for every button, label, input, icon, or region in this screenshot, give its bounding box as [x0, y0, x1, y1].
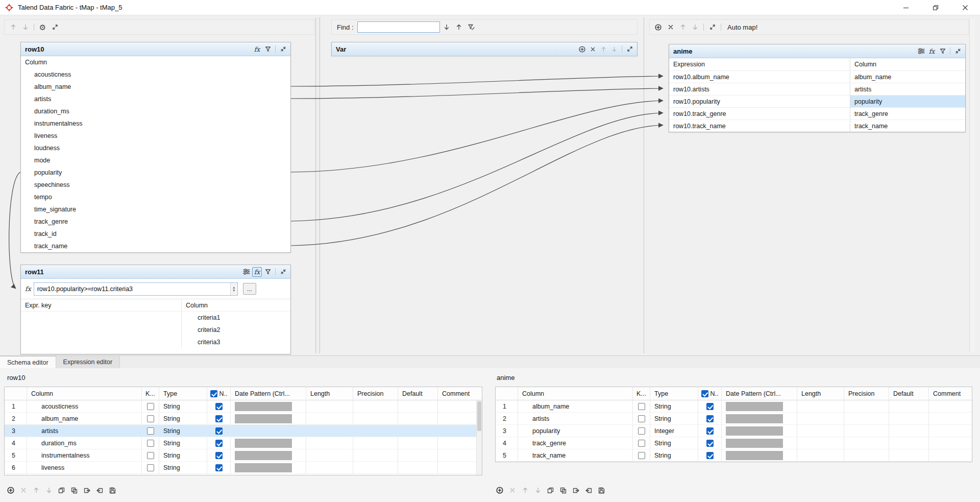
- nullable-cell[interactable]: [698, 425, 722, 437]
- anime-row[interactable]: row10.artists artists: [669, 83, 965, 95]
- nullable-checkbox[interactable]: [215, 440, 223, 447]
- minimize-table-icon[interactable]: [278, 44, 288, 54]
- save-schema-icon[interactable]: [107, 485, 118, 496]
- key-checkbox[interactable]: [638, 403, 645, 410]
- panel-splitter-right[interactable]: [644, 17, 644, 353]
- nullable-cell[interactable]: [207, 462, 231, 473]
- left-schema-row[interactable]: 6 liveness String: [5, 462, 482, 474]
- length-cell[interactable]: [797, 425, 844, 437]
- length-cell[interactable]: [306, 449, 353, 461]
- type-cell[interactable]: String: [159, 449, 207, 461]
- right-schema-row[interactable]: 2 artists String: [496, 413, 972, 425]
- tab-schema-editor[interactable]: Schema editor: [0, 356, 56, 368]
- nullable-checkbox[interactable]: [215, 403, 223, 410]
- move-up-icon[interactable]: [677, 22, 688, 33]
- key-checkbox[interactable]: [638, 415, 645, 422]
- column-cell[interactable]: track_name: [850, 120, 965, 132]
- type-cell[interactable]: String: [650, 437, 698, 449]
- length-header[interactable]: Length: [306, 387, 353, 400]
- add-var-icon[interactable]: [577, 44, 587, 54]
- panel-splitter-left[interactable]: [315, 17, 320, 353]
- default-header[interactable]: Default: [398, 387, 438, 400]
- column-name-cell[interactable]: track_genre: [518, 437, 633, 449]
- nullable-checkbox[interactable]: [706, 452, 714, 459]
- expression-filter-icon-active[interactable]: fx: [252, 267, 262, 277]
- key-cell[interactable]: [633, 413, 650, 424]
- key-checkbox[interactable]: [147, 427, 154, 435]
- expression-filter-icon[interactable]: fx: [252, 44, 262, 54]
- precision-header[interactable]: Precision: [844, 387, 889, 400]
- save-schema-icon[interactable]: [596, 485, 607, 496]
- expr-key-cell[interactable]: [21, 324, 182, 336]
- date-pattern-header[interactable]: Date Pattern (Ctrl...: [231, 387, 306, 400]
- column-cell[interactable]: track_genre: [850, 108, 965, 119]
- nullable-header[interactable]: N..: [698, 387, 722, 400]
- precision-cell[interactable]: [844, 413, 889, 424]
- var-table-header[interactable]: Var: [332, 42, 637, 56]
- remove-var-icon[interactable]: [588, 44, 598, 54]
- default-cell[interactable]: [889, 449, 929, 461]
- anime-table-header[interactable]: anime fx: [669, 44, 965, 58]
- nullable-checkbox[interactable]: [215, 427, 223, 435]
- comment-header[interactable]: Comment: [929, 387, 972, 400]
- length-cell[interactable]: [797, 400, 844, 412]
- nullable-cell[interactable]: [698, 413, 722, 424]
- expression-cell[interactable]: row10.popularity: [669, 95, 850, 107]
- join-expression-input[interactable]: [34, 282, 238, 296]
- export-schema-icon[interactable]: [571, 485, 581, 496]
- anime-row[interactable]: row10.track_name track_name: [669, 119, 965, 132]
- type-cell[interactable]: Integer: [650, 425, 698, 437]
- filter-funnel-icon[interactable]: [938, 46, 947, 56]
- comment-cell[interactable]: [438, 425, 482, 437]
- default-header[interactable]: Default: [889, 387, 929, 400]
- right-schema-row[interactable]: 1 album_name String: [496, 400, 972, 413]
- anime-row[interactable]: row10.track_genre track_genre: [669, 107, 965, 119]
- expand-panel-icon[interactable]: [707, 22, 718, 33]
- filter-funnel-icon[interactable]: [263, 44, 273, 54]
- key-checkbox[interactable]: [147, 403, 154, 410]
- add-column-icon[interactable]: [494, 485, 505, 496]
- move-up-icon[interactable]: [599, 44, 608, 54]
- comment-cell[interactable]: [438, 413, 482, 424]
- row10-column-row[interactable]: track_name: [21, 240, 290, 252]
- key-cell[interactable]: [142, 462, 159, 473]
- row10-column-row[interactable]: loudness: [21, 142, 290, 154]
- type-cell[interactable]: String: [650, 400, 698, 412]
- remove-column-icon[interactable]: [18, 485, 29, 496]
- import-schema-icon[interactable]: [583, 485, 594, 496]
- find-next-icon[interactable]: [442, 22, 452, 33]
- move-up-icon[interactable]: [8, 22, 18, 33]
- nullable-all-checkbox[interactable]: [210, 390, 217, 397]
- expression-filter-icon[interactable]: fx: [927, 46, 937, 56]
- column-name-cell[interactable]: track_name: [518, 449, 633, 461]
- expression-cell[interactable]: row10.track_name: [669, 120, 850, 132]
- right-schema-row[interactable]: 4 track_genre String: [496, 437, 972, 449]
- key-cell[interactable]: [633, 425, 650, 437]
- close-window-button[interactable]: [950, 0, 980, 15]
- column-cell[interactable]: popularity: [850, 95, 965, 107]
- row10-table-header[interactable]: row10 fx: [21, 42, 290, 56]
- row10-column-row[interactable]: track_id: [21, 228, 290, 240]
- date-pattern-cell[interactable]: [722, 425, 797, 437]
- date-pattern-cell[interactable]: [231, 437, 306, 449]
- precision-cell[interactable]: [353, 462, 398, 473]
- move-down-icon[interactable]: [20, 22, 31, 33]
- auto-map-button[interactable]: Auto map!: [724, 22, 761, 32]
- nullable-cell[interactable]: [207, 437, 231, 449]
- row10-column-row[interactable]: time_signature: [21, 203, 290, 216]
- key-cell[interactable]: [142, 449, 159, 461]
- tab-expression-editor[interactable]: Expression editor: [56, 356, 120, 368]
- type-cell[interactable]: String: [159, 462, 207, 473]
- date-pattern-header[interactable]: Date Pattern (Ctrl...: [722, 387, 797, 400]
- date-pattern-cell[interactable]: [722, 400, 797, 412]
- default-cell[interactable]: [398, 462, 438, 473]
- default-cell[interactable]: [398, 437, 438, 449]
- type-cell[interactable]: String: [650, 449, 698, 461]
- date-pattern-cell[interactable]: [231, 449, 306, 461]
- column-cell[interactable]: album_name: [850, 71, 965, 83]
- column-header[interactable]: Column: [518, 387, 633, 400]
- date-pattern-cell[interactable]: [231, 462, 306, 473]
- key-checkbox[interactable]: [147, 440, 154, 447]
- column-header[interactable]: Column: [850, 58, 965, 70]
- default-cell[interactable]: [889, 437, 929, 449]
